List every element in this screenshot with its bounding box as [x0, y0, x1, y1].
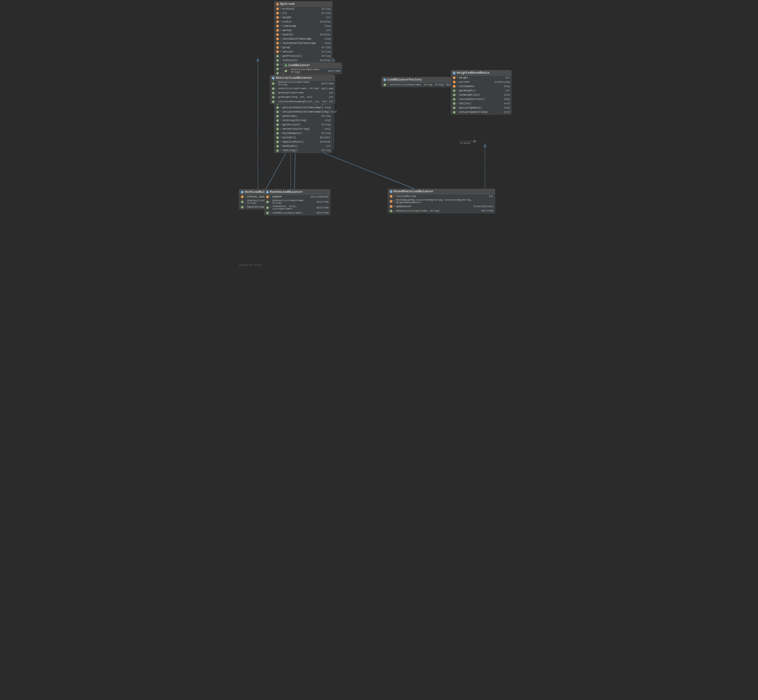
field-healthy: f # healthy boolean [275, 33, 332, 37]
field-icon: f [276, 16, 279, 19]
method-wrr-setLastUpdate: m + setLastUpdate(long) void [451, 110, 511, 114]
method-icon: m [276, 149, 279, 152]
lb-factory-header: c LoadBalancerFactory [382, 77, 459, 83]
rr-lb-title: RoundRobinLoadBalancer [394, 190, 433, 193]
method-icon: m [266, 211, 269, 214]
field-icon: f [276, 7, 279, 10]
method-icon: m [276, 140, 279, 143]
abstract-lb-icon: c [272, 77, 275, 80]
field-icon: f [453, 81, 456, 84]
svg-marker-4 [256, 59, 259, 61]
method-hashCode: m + hashCode() int [275, 144, 332, 148]
method-icon: m [453, 106, 456, 109]
svg-line-19 [294, 149, 295, 190]
field-icon: f [276, 42, 279, 45]
field-random: f # RANDOM SecureRandom [264, 195, 330, 199]
field-wrr-weight: f # weight int [451, 76, 511, 80]
method-icon: m [266, 206, 269, 209]
field-icon: f [453, 85, 456, 88]
method-toString: m + toString() String [275, 148, 332, 153]
field-icon: f [276, 46, 279, 49]
method-getWeight-upstream: m + getWeight(Upstream) int [270, 91, 335, 95]
field-icon: f [276, 20, 279, 23]
footer-label: Powered by yFiles [239, 264, 263, 266]
random-lb-icon: c [266, 191, 269, 194]
method-icon: m [276, 145, 279, 148]
method-wrr-getWeight: m + getWeight() int [451, 89, 511, 93]
method-icon: m [241, 206, 244, 209]
upstream-header: c Upstream [275, 2, 332, 7]
weighted-rr-header: c WeightedRoundRobin [451, 70, 511, 76]
field-methodWeightMap: f # methodWeightMap ConcurrentMap<String… [388, 198, 495, 205]
method-getVersion: m + getVersion() String [275, 123, 332, 127]
rr-lb-icon: c [389, 190, 392, 193]
svg-marker-14 [332, 59, 335, 61]
method-icon: m [276, 110, 279, 113]
method-icon: m [453, 111, 456, 114]
method-icon: m [453, 102, 456, 105]
method-setGroup: m + setGroup(String) void [275, 118, 332, 123]
method-calculateWarmupWeight: m + calculateWarmupWeight(int, int, int)… [270, 99, 335, 104]
method-icon: m [453, 89, 456, 92]
method-icon: m [272, 95, 275, 98]
random-lb-header: c RandomLoadBalancer [264, 189, 330, 195]
abstract-lb-header: c AbstractLoadBalancer [270, 75, 335, 81]
method-icon: m [272, 91, 275, 94]
svg-line-17 [266, 149, 288, 190]
field-status: f # status boolean [275, 20, 332, 24]
field-icon: f [389, 200, 392, 203]
upstream-icon: c [276, 3, 279, 6]
lb-factory-box: c LoadBalancerFactory m + selector(List<… [381, 77, 460, 87]
field-protocol: f # protocol String [275, 7, 332, 11]
lb-factory-icon: c [383, 78, 386, 81]
method-isStatus: m + isStatus() boolean [275, 58, 332, 62]
method-doSelect-random: m + doSelect(List<Upstream>, String) Ups… [264, 199, 330, 205]
method-random-ints: m + random(int, int[], List<Upstream>) U… [264, 205, 330, 211]
field-icon: f [389, 205, 392, 208]
field-lastUnhealthyTimestamp: f # lastUnhealthyTimestamp long [275, 41, 332, 45]
weighted-rr-title: WeightedRoundRobin [457, 71, 489, 75]
method-wrr-increaseCurrent: m + increaseCurrent() long [451, 97, 511, 102]
method-equals: m + equals(Object) boolean [275, 140, 332, 144]
method-icon: m [276, 132, 279, 135]
method-select-lb: m + select(List<Upstream>, String) Upstr… [283, 68, 342, 74]
method-random-list: m + random(List<Upstream>) Upstream [264, 211, 330, 215]
field-icon: f [276, 50, 279, 53]
method-icon: m [453, 93, 456, 96]
method-icon: m [276, 106, 279, 109]
field-wrr-lastUpdate: f # lastUpdate long [451, 84, 511, 89]
method-wrr-getLastUpdate: m + getLastUpdate() long [451, 106, 511, 110]
field-icon: f [276, 29, 279, 32]
abstract-lb-title: AbstractLoadBalancer [276, 76, 312, 80]
field-icon: f [453, 76, 456, 79]
method-icon: m [276, 127, 279, 130]
rr-lb-header: c RoundRobinLoadBalancer [388, 189, 495, 194]
method-icon: m [276, 72, 279, 75]
field-icon: f [266, 195, 269, 198]
method-getWeight-long: m + getWeight(long, int, int) int [270, 95, 335, 99]
method-icon: m [272, 87, 275, 90]
method-wrr-setWeight: m + setWeight(int) void [451, 93, 511, 97]
weighted-rr-icon: c [453, 72, 456, 75]
method-icon: m [453, 98, 456, 101]
method-builder: m + builder() Builder [275, 136, 332, 140]
method-wrr-sel: m + sel(int) void [451, 102, 511, 106]
method-buildDomain: m + buildDomain() String [275, 131, 332, 136]
method-icon: m [276, 67, 279, 70]
method-icon: m [272, 100, 275, 103]
field-url: f # url String [275, 11, 332, 16]
field-group: f # group String [275, 45, 332, 50]
method-selector: m + selector(List<Upstream>, String, Str… [382, 83, 459, 87]
field-icon: f [389, 195, 392, 198]
method-doSelect-rr: m + doSelect(List<Upstream>, String) Ups… [388, 209, 495, 213]
lb-factory-title: LoadBalancerFactory [387, 78, 422, 81]
method-icon: m [276, 59, 279, 62]
method-icon: m [276, 136, 279, 139]
method-setVersion: m + setVersion(String) void [275, 127, 332, 131]
field-weight: f # weight int [275, 16, 332, 20]
method-icon: m [276, 55, 279, 58]
method-icon: m [276, 119, 279, 122]
field-updateLock: f # updateLock AtomicBoolean [388, 205, 495, 209]
method-icon: m [241, 200, 244, 203]
field-recyclePeriod: f # recyclePeriod int [388, 194, 495, 198]
